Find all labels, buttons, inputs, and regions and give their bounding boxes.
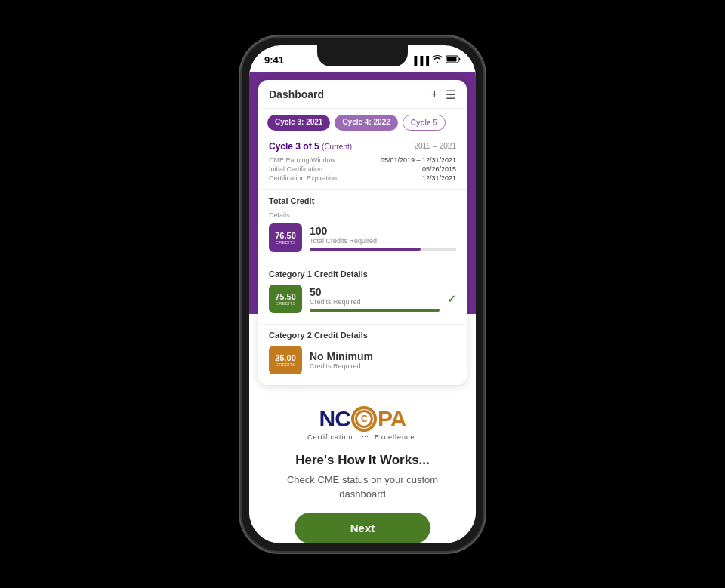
svg-text:C: C	[361, 414, 368, 424]
cat1-credit-section: Category 1 Credit Details 75.50 CREDITS …	[258, 263, 467, 325]
status-icons: ▐▐▐	[412, 55, 461, 65]
cat1-credit-row: 75.50 CREDITS 50 Credits Required ✓	[269, 285, 456, 313]
total-credit-info: 100 Total Credits Required	[310, 225, 456, 251]
cat2-credit-info: No Minimum Credits Required	[310, 350, 456, 370]
cycle-tab-3[interactable]: Cycle 5	[403, 115, 446, 131]
cycle-heading: Cycle 3 of 5 (Current) 2019 – 2021	[269, 141, 456, 152]
svg-rect-1	[447, 57, 457, 62]
phone-notch	[317, 45, 408, 66]
cycle-title: Cycle 3 of 5 (Current)	[269, 141, 352, 152]
white-section: NC C PA Certification. ⋯	[249, 393, 476, 543]
card-title: Dashboard	[269, 88, 324, 100]
total-credit-fill	[310, 248, 421, 251]
dashboard-card: Dashboard + ☰ Cycle 3: 2021 Cycle 4: 202…	[258, 80, 467, 385]
logo-tagline: Certification. ⋯ Excellence.	[307, 433, 418, 441]
phone-screen: 9:41 ▐▐▐	[249, 45, 476, 543]
battery-icon	[446, 55, 461, 65]
cat1-check-icon: ✓	[447, 293, 456, 305]
total-credit-section: Total Credit Details 76.50 CREDITS 100 T…	[258, 190, 467, 263]
screen-content: Dashboard + ☰ Cycle 3: 2021 Cycle 4: 202…	[249, 72, 476, 543]
cycle-tabs: Cycle 3: 2021 Cycle 4: 2022 Cycle 5	[258, 109, 467, 137]
logo-o-ring: C	[351, 406, 377, 432]
how-it-works-title: Here's How It Works...	[295, 453, 430, 468]
card-header-actions: + ☰	[431, 88, 456, 102]
cat1-credit-info: 50 Credits Required	[310, 286, 440, 312]
cat2-credit-badge: 25.00 CREDITS	[269, 346, 302, 374]
status-time: 9:41	[264, 54, 284, 66]
card-header: Dashboard + ☰	[258, 80, 467, 109]
cycle-years: 2019 – 2021	[414, 142, 456, 150]
signal-icon: ▐▐▐	[412, 56, 429, 65]
nccpa-logo-container: NC C PA Certification. ⋯	[307, 406, 418, 441]
cat1-credit-progress	[310, 309, 440, 312]
how-it-works-description: Check CME status on your custom dashboar…	[264, 473, 461, 502]
wifi-icon	[432, 55, 443, 65]
total-credit-progress	[310, 248, 456, 251]
info-row-initial: Initial Certification: 05/26/2015	[269, 165, 456, 173]
add-icon[interactable]: +	[431, 88, 438, 101]
nccpa-logo: NC C PA	[307, 406, 418, 432]
phone-frame: 9:41 ▐▐▐	[242, 38, 483, 551]
cat2-credit-section: Category 2 Credit Details 25.00 CREDITS …	[258, 325, 467, 385]
info-row-cme: CME Earning Window 05/01/2019 – 12/31/20…	[269, 156, 456, 164]
content-scroll[interactable]: Dashboard + ☰ Cycle 3: 2021 Cycle 4: 202…	[249, 72, 476, 543]
cat2-credit-row: 25.00 CREDITS No Minimum Credits Require…	[269, 346, 456, 374]
cycle-tab-2[interactable]: Cycle 4: 2022	[335, 115, 397, 131]
cycle-info: Cycle 3 of 5 (Current) 2019 – 2021 CME E…	[258, 137, 467, 190]
logo-n: NC	[319, 406, 350, 432]
cycle-current: (Current)	[322, 143, 352, 151]
total-credit-badge: 76.50 CREDITS	[269, 223, 302, 252]
cat1-credit-badge: 75.50 CREDITS	[269, 285, 302, 313]
info-row-expiration: Certification Expiration: 12/31/2021	[269, 174, 456, 182]
cat1-credit-fill	[310, 309, 440, 312]
logo-pa: PA	[378, 406, 406, 432]
menu-icon[interactable]: ☰	[446, 88, 456, 102]
next-button[interactable]: Next	[295, 513, 430, 543]
cycle-tab-1[interactable]: Cycle 3: 2021	[267, 115, 330, 131]
total-credit-subtitle: Details	[269, 211, 456, 219]
total-credit-row: 76.50 CREDITS 100 Total Credits Required	[269, 223, 456, 252]
